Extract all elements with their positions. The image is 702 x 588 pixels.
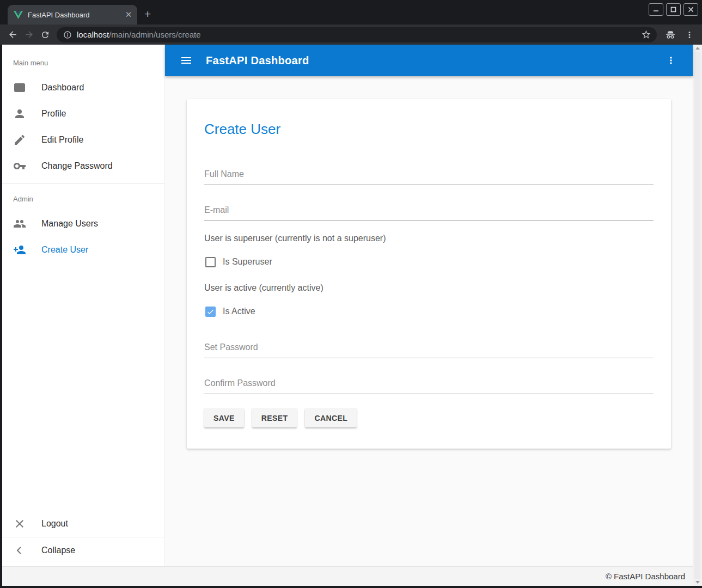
sidebar-item-create-user[interactable]: Create User bbox=[2, 237, 164, 263]
sidebar-section-header-main: Main menu bbox=[2, 45, 164, 75]
reload-icon bbox=[40, 30, 50, 40]
superuser-hint: User is superuser (currently is not a su… bbox=[204, 233, 654, 243]
sidebar-bottom: Logout Collapse bbox=[2, 511, 164, 566]
app-title: FastAPI Dashboard bbox=[206, 54, 309, 67]
maximize-icon bbox=[670, 7, 676, 13]
create-user-card: Create User User is superuser (currently… bbox=[187, 99, 671, 449]
url-text: localhost/main/admin/users/create bbox=[77, 30, 634, 39]
scrollbar-up-icon[interactable] bbox=[695, 47, 700, 50]
tab-title: FastAPI Dashboard bbox=[28, 11, 118, 19]
sidebar-item-label: Edit Profile bbox=[41, 135, 83, 145]
full-name-field[interactable] bbox=[204, 169, 654, 185]
sidebar-item-label: Profile bbox=[41, 109, 66, 119]
forward-icon bbox=[24, 29, 34, 40]
chevron-left-icon bbox=[13, 544, 26, 557]
is-superuser-checkbox[interactable] bbox=[205, 257, 216, 267]
reload-button[interactable] bbox=[37, 27, 53, 43]
incognito-indicator bbox=[662, 27, 679, 43]
incognito-icon bbox=[664, 29, 676, 41]
sidebar-item-profile[interactable]: Profile bbox=[2, 101, 164, 127]
scrollbar-down-icon[interactable] bbox=[695, 581, 700, 584]
sidebar-section-header-admin: Admin bbox=[2, 188, 164, 211]
sidebar-item-manage-users[interactable]: Manage Users bbox=[2, 211, 164, 237]
close-window-button[interactable] bbox=[683, 3, 698, 16]
app-menu-button[interactable] bbox=[663, 53, 679, 68]
pencil-icon bbox=[13, 133, 26, 146]
checkbox-label: Is Superuser bbox=[223, 257, 272, 267]
active-hint: User is active (currently active) bbox=[204, 283, 654, 293]
browser-tab[interactable]: FastAPI Dashboard ✕ bbox=[8, 5, 137, 24]
people-icon bbox=[13, 217, 26, 230]
dashboard-icon bbox=[13, 81, 26, 94]
browser-window: FastAPI Dashboard ✕ + local bbox=[0, 0, 702, 588]
browser-menu-button[interactable] bbox=[682, 27, 697, 42]
page-content: Create User User is superuser (currently… bbox=[165, 76, 693, 566]
sidebar-item-label: Change Password bbox=[41, 161, 113, 171]
person-add-icon bbox=[13, 243, 26, 256]
sidebar-item-label: Collapse bbox=[41, 546, 75, 555]
page-body: Main menu Dashboard Profile Edit Profile bbox=[0, 45, 702, 588]
reset-button[interactable]: RESET bbox=[252, 408, 297, 427]
bookmark-star-icon bbox=[641, 29, 651, 40]
checkmark-icon bbox=[206, 308, 215, 316]
app-bar: FastAPI Dashboard bbox=[165, 45, 693, 76]
browser-menu-kebab-icon bbox=[685, 30, 694, 40]
set-password-field[interactable] bbox=[204, 342, 654, 358]
sidebar-item-change-password[interactable]: Change Password bbox=[2, 153, 164, 179]
sidebar-item-edit-profile[interactable]: Edit Profile bbox=[2, 127, 164, 153]
maximize-button[interactable] bbox=[666, 3, 681, 16]
page-footer: © FastAPI Dashboard bbox=[2, 566, 693, 586]
sidebar: Main menu Dashboard Profile Edit Profile bbox=[2, 45, 165, 566]
copyright-text: © FastAPI Dashboard bbox=[606, 572, 685, 581]
url-host: localhost bbox=[77, 30, 109, 39]
url-path: /main/admin/users/create bbox=[109, 30, 200, 39]
vertical-scrollbar[interactable] bbox=[693, 45, 702, 586]
tab-strip: FastAPI Dashboard ✕ + bbox=[0, 0, 702, 24]
page-title: Create User bbox=[204, 99, 654, 137]
forward-button[interactable] bbox=[21, 27, 37, 43]
close-icon bbox=[688, 7, 694, 13]
close-x-icon bbox=[13, 517, 26, 530]
sidebar-item-label: Manage Users bbox=[41, 219, 98, 229]
sidebar-item-label: Logout bbox=[41, 519, 68, 529]
is-active-checkbox[interactable] bbox=[205, 307, 216, 317]
browser-toolbar: localhost/main/admin/users/create bbox=[0, 24, 702, 45]
hamburger-icon bbox=[180, 54, 193, 67]
main-area: FastAPI Dashboard Create User User is su… bbox=[165, 45, 693, 566]
is-active-checkbox-row[interactable]: Is Active bbox=[204, 305, 654, 318]
save-button[interactable]: SAVE bbox=[204, 408, 244, 427]
is-superuser-checkbox-row[interactable]: Is Superuser bbox=[204, 255, 654, 268]
new-tab-button[interactable]: + bbox=[144, 9, 151, 20]
person-icon bbox=[13, 107, 26, 120]
confirm-password-field[interactable] bbox=[204, 378, 654, 394]
back-button[interactable] bbox=[4, 27, 21, 43]
minimize-icon bbox=[653, 7, 659, 13]
sidebar-item-logout[interactable]: Logout bbox=[2, 511, 164, 537]
vue-favicon-icon bbox=[14, 11, 23, 19]
sidebar-divider bbox=[2, 183, 164, 184]
sidebar-item-dashboard[interactable]: Dashboard bbox=[2, 75, 164, 101]
scrollbar-thumb[interactable] bbox=[694, 52, 700, 579]
window-controls bbox=[649, 3, 698, 16]
sidebar-item-label: Create User bbox=[41, 245, 88, 255]
sidebar-item-label: Dashboard bbox=[41, 83, 84, 93]
checkbox-label: Is Active bbox=[223, 307, 255, 316]
tab-close-icon[interactable]: ✕ bbox=[123, 9, 134, 20]
email-field[interactable] bbox=[204, 205, 654, 221]
sidebar-spacer bbox=[2, 263, 164, 511]
key-icon bbox=[13, 160, 26, 173]
bookmark-button[interactable] bbox=[639, 28, 652, 41]
app-menu-kebab-icon bbox=[666, 55, 676, 66]
back-icon bbox=[8, 29, 18, 40]
minimize-button[interactable] bbox=[649, 3, 663, 16]
cancel-button[interactable]: CANCEL bbox=[305, 408, 357, 427]
address-bar[interactable]: localhost/main/admin/users/create bbox=[57, 27, 657, 42]
sidebar-item-collapse[interactable]: Collapse bbox=[2, 537, 164, 564]
hamburger-menu-button[interactable] bbox=[179, 53, 194, 68]
form-actions: SAVE RESET CANCEL bbox=[204, 408, 654, 427]
site-info-icon[interactable] bbox=[63, 30, 72, 39]
